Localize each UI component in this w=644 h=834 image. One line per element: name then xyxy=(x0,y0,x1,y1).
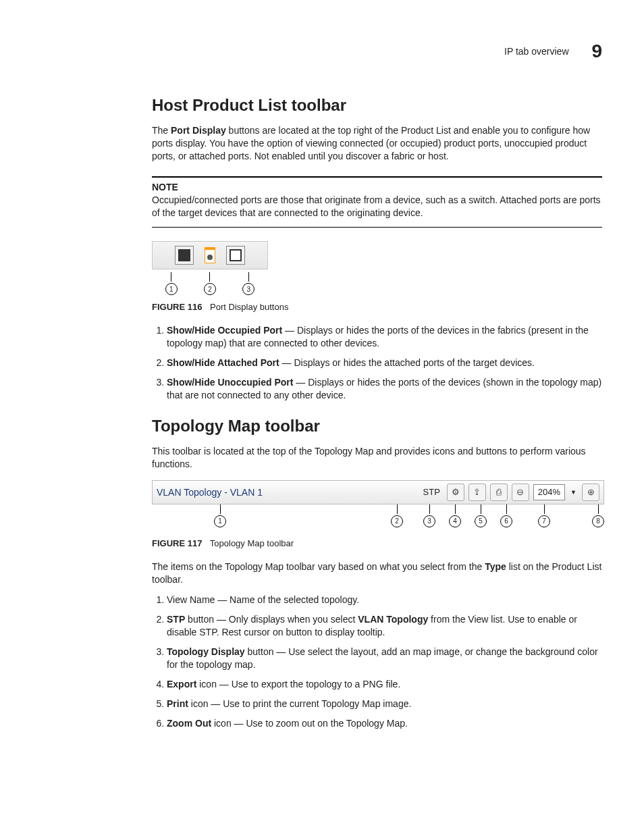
list-item: STP button — Only displays when you sele… xyxy=(167,613,602,639)
bold-text: Type xyxy=(485,561,506,572)
zoom-in-icon[interactable]: ⊕ xyxy=(582,484,599,501)
show-hide-unoccupied-port-button[interactable] xyxy=(226,246,245,265)
callout: 1 xyxy=(214,515,226,527)
figure-title: Topology Map toolbar xyxy=(210,538,294,548)
callout: 2 xyxy=(204,283,216,295)
callout-row: 1 2 3 4 5 6 7 8 xyxy=(152,504,604,531)
paragraph: This toolbar is located at the top of th… xyxy=(152,445,602,471)
port-display-toolbar xyxy=(152,241,268,269)
rule xyxy=(152,227,602,228)
list-item: Export icon — Use to export the topology… xyxy=(167,678,602,691)
list-item: Show/Hide Unoccupied Port — Displays or … xyxy=(167,376,602,402)
figure-caption: FIGURE 117 Topology Map toolbar xyxy=(152,538,602,548)
bold-text: STP xyxy=(167,614,185,625)
port-display-definitions: Show/Hide Occupied Port — Displays or hi… xyxy=(152,324,602,401)
bold-text: Export xyxy=(167,679,196,689)
text: icon — Use to print the current Topology… xyxy=(188,698,411,709)
text: — Displays or hides the attached ports o… xyxy=(279,357,535,368)
heading-topology-map-toolbar: Topology Map toolbar xyxy=(152,417,602,436)
text: The items on the Topology Map toolbar va… xyxy=(152,561,485,572)
list-item: Zoom Out icon — Use to zoom out on the T… xyxy=(167,717,602,730)
bold-text: Show/Hide Occupied Port xyxy=(167,325,282,336)
figure-number: FIGURE 116 xyxy=(152,302,202,312)
list-item: Show/Hide Occupied Port — Displays or hi… xyxy=(167,324,602,350)
zoom-level-field[interactable]: 204% xyxy=(533,484,565,500)
paragraph: The items on the Topology Map toolbar va… xyxy=(152,561,602,586)
bold-text: Topology Display xyxy=(167,646,245,657)
zoom-out-icon[interactable]: ⊖ xyxy=(512,484,529,501)
print-icon[interactable]: ⎙ xyxy=(490,484,508,501)
section-label: IP tab overview xyxy=(504,46,568,57)
callout: 6 xyxy=(500,515,512,527)
rule xyxy=(152,176,602,178)
paragraph: The Port Display buttons are located at … xyxy=(152,124,602,163)
text: View Name — Name of the selected topolog… xyxy=(167,594,359,605)
bold-text: Show/Hide Attached Port xyxy=(167,357,279,368)
bold-text: Print xyxy=(167,698,188,709)
list-item: View Name — Name of the selected topolog… xyxy=(167,594,602,606)
callout: 3 xyxy=(242,283,254,295)
show-hide-attached-port-button[interactable] xyxy=(205,247,215,263)
text: icon — Use to export the topology to a P… xyxy=(196,679,400,689)
figure-number: FIGURE 117 xyxy=(152,538,202,548)
list-item: Show/Hide Attached Port — Displays or hi… xyxy=(167,357,602,369)
page-header: IP tab overview 9 xyxy=(152,41,602,62)
callout: 4 xyxy=(449,515,461,527)
text: The xyxy=(152,125,171,136)
text: button — Only displays when you select xyxy=(185,614,358,625)
stp-button[interactable]: STP xyxy=(423,487,440,497)
chevron-down-icon[interactable]: ▼ xyxy=(569,489,578,496)
callout-row: 1 2 3 xyxy=(152,272,268,295)
callout: 1 xyxy=(165,283,178,295)
topology-map-toolbar: VLAN Topology - VLAN 1 STP ⚙ ⇪ ⎙ ⊖ 204% … xyxy=(152,480,604,504)
note-text: Occupied/connected ports are those that … xyxy=(152,194,602,219)
bold-text: Show/Hide Unoccupied Port xyxy=(167,377,293,388)
callout: 5 xyxy=(475,515,487,527)
heading-host-product-list-toolbar: Host Product List toolbar xyxy=(152,96,602,115)
topology-toolbar-definitions: View Name — Name of the selected topolog… xyxy=(152,594,602,729)
figure-caption: FIGURE 116 Port Display buttons xyxy=(152,302,602,312)
figure-port-display-buttons: 1 2 3 xyxy=(152,241,268,295)
figure-topology-map-toolbar: VLAN Topology - VLAN 1 STP ⚙ ⇪ ⎙ ⊖ 204% … xyxy=(152,480,604,531)
bold-text: VLAN Topology xyxy=(358,614,428,625)
callout: 3 xyxy=(423,515,435,527)
view-name-label: VLAN Topology - VLAN 1 xyxy=(157,487,332,498)
bold-text: Zoom Out xyxy=(167,718,211,729)
list-item: Print icon — Use to print the current To… xyxy=(167,698,602,710)
chapter-number: 9 xyxy=(591,41,602,61)
callout: 8 xyxy=(592,515,604,527)
text: icon — Use to zoom out on the Topology M… xyxy=(211,718,408,729)
figure-title: Port Display buttons xyxy=(210,302,288,312)
list-item: Topology Display button — Use select the… xyxy=(167,646,602,671)
export-icon[interactable]: ⇪ xyxy=(468,484,486,501)
note-label: NOTE xyxy=(152,182,602,192)
show-hide-occupied-port-button[interactable] xyxy=(175,246,194,265)
bold-text: Port Display xyxy=(171,125,226,136)
gear-icon[interactable]: ⚙ xyxy=(447,484,464,501)
callout: 2 xyxy=(391,515,403,527)
callout: 7 xyxy=(538,515,550,527)
